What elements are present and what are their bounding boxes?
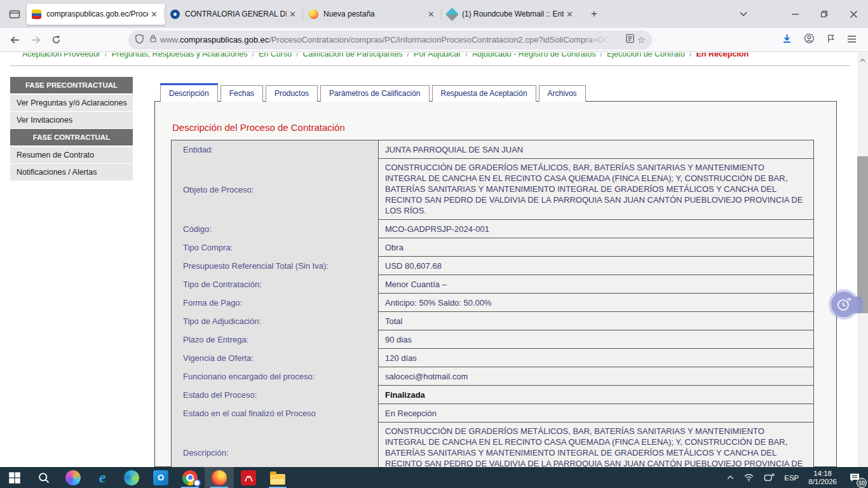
field-value: En Recepción bbox=[378, 404, 813, 423]
downloads-icon[interactable] bbox=[782, 33, 792, 46]
sidebar-item[interactable]: Notificaciones / Alertas bbox=[10, 164, 133, 180]
clock[interactable]: 14:18 8/1/2026 bbox=[808, 470, 837, 486]
taskbar-apps: eO bbox=[0, 467, 292, 488]
ecuador-crest-favicon bbox=[32, 10, 41, 19]
show-hidden-icons-chevron[interactable] bbox=[727, 475, 734, 480]
url-address-bar[interactable]: www.compraspublicas.gob.ec/ProcesoContra… bbox=[128, 30, 652, 50]
process-detail-table: Entidad:JUNTA PARROQUIAL DE SAN JUANObje… bbox=[171, 140, 814, 484]
field-label: Código: bbox=[172, 220, 378, 238]
breadcrumb-link[interactable]: En Curso bbox=[259, 53, 292, 58]
bookmark-star-icon[interactable]: ☆ bbox=[637, 34, 646, 46]
field-label: Estado del Proceso: bbox=[172, 386, 378, 404]
tracking-protection-shield-icon[interactable] bbox=[135, 34, 144, 46]
field-value: Total bbox=[378, 312, 813, 330]
breadcrumb-link[interactable]: Aceptación Proveedor bbox=[22, 53, 100, 58]
table-row: Tipo de Adjudicación:Total bbox=[172, 312, 813, 330]
reader-view-icon[interactable] bbox=[625, 34, 635, 46]
list-all-tabs-icon[interactable] bbox=[733, 5, 754, 23]
field-label: Entidad: bbox=[172, 140, 378, 159]
firefox-view-icon[interactable] bbox=[5, 5, 24, 23]
file-explorer-taskbar-icon[interactable] bbox=[263, 467, 292, 488]
breadcrumb-link[interactable]: Calificación de Participantes bbox=[303, 53, 403, 58]
field-label: Plazo de Entrega: bbox=[172, 330, 378, 349]
field-label: Estado en el cual finalizó el Proceso bbox=[172, 404, 378, 423]
edge-taskbar-icon[interactable] bbox=[117, 467, 146, 488]
tab-par-metros-de-calificaci-n[interactable]: Parámetros de Calificación bbox=[320, 85, 429, 102]
forward-button[interactable] bbox=[25, 30, 46, 50]
search-taskbar-icon[interactable] bbox=[29, 467, 58, 488]
internet-explorer-taskbar-icon[interactable]: e bbox=[88, 467, 117, 488]
breadcrumb-separator: / bbox=[600, 53, 602, 58]
browser-tab[interactable]: compraspublicas.gob.ec/Proces ✕ bbox=[27, 4, 165, 25]
tab-close-icon[interactable]: ✕ bbox=[148, 8, 160, 20]
browser-tab[interactable]: CONTRALORIA GENERAL DEL E ✕ bbox=[165, 4, 304, 25]
tab-fechas[interactable]: Fechas bbox=[220, 85, 263, 102]
notification-center-icon[interactable]: 10 bbox=[846, 470, 863, 486]
scroll-up-arrow-icon[interactable] bbox=[857, 55, 868, 65]
account-icon[interactable] bbox=[804, 33, 815, 46]
field-value: Anticipo: 50% Saldo: 50.00% bbox=[378, 294, 813, 312]
browser-tab[interactable]: Nueva pestaña ✕ bbox=[304, 4, 442, 25]
restore-button[interactable] bbox=[810, 0, 839, 28]
breadcrumb-separator: / bbox=[407, 53, 409, 58]
table-row: Tipo de Contratación:Menor Cuantía – bbox=[172, 275, 813, 294]
sidebar: FASE PRECONTRACTUALVer Preguntas y/ó Acl… bbox=[10, 77, 133, 181]
lock-icon[interactable] bbox=[149, 34, 158, 46]
menu-hamburger-icon[interactable] bbox=[847, 34, 857, 46]
timer-clock-icon[interactable] bbox=[831, 292, 857, 317]
page-scrollbar[interactable] bbox=[857, 53, 868, 467]
tab-close-icon[interactable]: ✕ bbox=[287, 8, 299, 20]
tab-respuesta-de-aceptaci-n[interactable]: Respuesta de Aceptación bbox=[432, 85, 536, 102]
tab-productos[interactable]: Productos bbox=[266, 85, 318, 102]
meet-now-icon[interactable] bbox=[764, 473, 775, 482]
chrome-taskbar-icon[interactable] bbox=[175, 467, 205, 488]
tab-close-icon[interactable]: ✕ bbox=[425, 8, 437, 20]
outlook-taskbar-icon[interactable]: O bbox=[146, 467, 175, 488]
wifi-icon[interactable] bbox=[743, 473, 754, 482]
acrobat-taskbar-icon[interactable] bbox=[234, 467, 263, 488]
url-fade bbox=[583, 30, 615, 50]
browser-tab-title: (1) Roundcube Webmail :: Entra bbox=[462, 10, 564, 18]
table-row: Entidad:JUNTA PARROQUIAL DE SAN JUAN bbox=[172, 140, 813, 159]
tab-descripci-n[interactable]: Descripción bbox=[160, 83, 218, 102]
sidebar-item[interactable]: Ver Preguntas y/ó Aclaraciones bbox=[10, 95, 133, 111]
field-label: Tipo de Adjudicación: bbox=[172, 312, 378, 330]
table-row: Funcionario encargado del proceso:saloce… bbox=[172, 367, 813, 386]
breadcrumb-link[interactable]: Por Adjudicar bbox=[414, 53, 461, 58]
sidebar-item[interactable]: Ver Invitaciones bbox=[10, 112, 133, 128]
roundcube-favicon bbox=[445, 7, 459, 20]
breadcrumb-link[interactable]: Preguntas, Respuestas y Aclaraciones bbox=[111, 53, 247, 58]
table-row: Plazo de Entrega:90 dias bbox=[172, 330, 813, 349]
field-value: Menor Cuantía – bbox=[378, 275, 813, 294]
language-indicator[interactable]: ESP bbox=[784, 474, 799, 482]
extension-icon[interactable] bbox=[826, 34, 836, 46]
tab-strip-tabs: compraspublicas.gob.ec/Proces ✕ CONTRALO… bbox=[27, 0, 581, 28]
copilot-taskbar-icon[interactable] bbox=[58, 467, 88, 488]
tab-close-icon[interactable]: ✕ bbox=[564, 8, 576, 20]
back-button[interactable] bbox=[5, 30, 25, 50]
breadcrumb-link[interactable]: Adjudicado - Registro de Contratos bbox=[472, 53, 596, 58]
field-label: Forma de Pago: bbox=[172, 294, 378, 312]
field-value: USD 80,607.68 bbox=[378, 257, 813, 275]
table-row: Forma de Pago:Anticipo: 50% Saldo: 50.00… bbox=[172, 294, 813, 312]
new-tab-button[interactable]: + bbox=[585, 5, 604, 23]
close-window-button[interactable] bbox=[839, 0, 868, 28]
breadcrumb-separator: / bbox=[689, 53, 691, 58]
clock-time: 14:18 bbox=[808, 470, 837, 478]
field-label: Objeto de Proceso: bbox=[172, 159, 378, 220]
reload-button[interactable] bbox=[46, 30, 66, 50]
firefox-taskbar-icon[interactable] bbox=[205, 467, 234, 488]
timer-extension-overlay[interactable] bbox=[831, 292, 863, 318]
field-value: 120 días bbox=[378, 349, 813, 367]
sidebar-section-header: FASE CONTRACTUAL bbox=[10, 129, 133, 146]
tab-archivos[interactable]: Archivos bbox=[539, 85, 586, 102]
breadcrumb-link[interactable]: Ejecución de Contrato bbox=[607, 53, 685, 58]
field-label: Tipo Compra: bbox=[172, 238, 378, 257]
scrollbar-thumb[interactable] bbox=[857, 156, 868, 313]
sidebar-item[interactable]: Resumen de Contrato bbox=[10, 147, 133, 163]
minimize-button[interactable] bbox=[780, 0, 810, 28]
field-value: saloceci@hotmail.com bbox=[378, 367, 813, 386]
start-taskbar-icon[interactable] bbox=[0, 467, 29, 488]
browser-tab[interactable]: (1) Roundcube Webmail :: Entra ✕ bbox=[442, 4, 581, 25]
table-row: Código:MCO-GADPRSJP-2024-001 bbox=[172, 220, 813, 238]
